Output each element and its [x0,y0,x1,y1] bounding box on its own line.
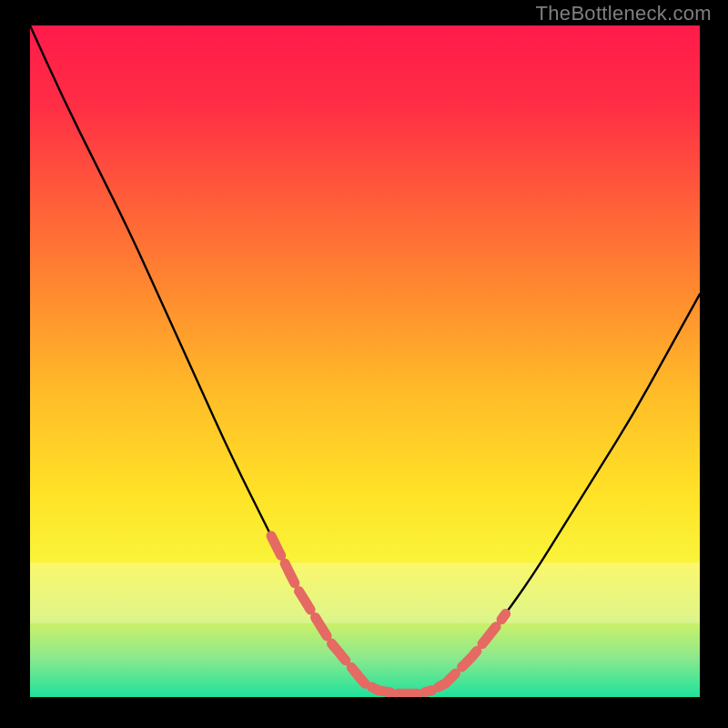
chart-container: { "watermark": "TheBottleneck.com", "dim… [0,0,728,728]
pale-horizontal-band [30,562,700,622]
bottleneck-chart [0,0,728,728]
watermark-text: TheBottleneck.com [536,2,712,25]
